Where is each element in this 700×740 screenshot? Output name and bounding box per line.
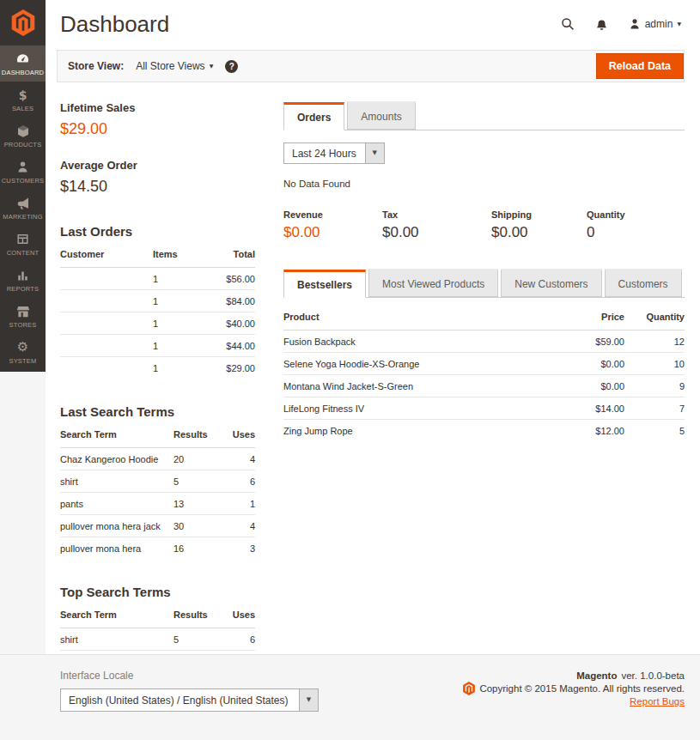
table-cell (60, 312, 153, 335)
gear-icon: ⚙ (17, 340, 28, 355)
tab-bestsellers[interactable]: Bestsellers (283, 270, 366, 298)
table-header-row: CustomerItemsTotal (60, 246, 255, 268)
table-cell: 4 (222, 448, 255, 470)
no-data-message: No Data Found (283, 179, 685, 189)
table-cell: 4 (222, 515, 255, 537)
lifetime-sales-label: Lifetime Sales (60, 101, 255, 114)
main-content: Dashboard admin ▼ Store View: All Store … (46, 0, 700, 654)
tab-new-customers[interactable]: New Customers (501, 269, 601, 297)
column-header: Total (202, 246, 255, 268)
version-line: Magento ver. 1.0.0-beta (463, 670, 685, 682)
store-view-bar: Store View: All Store Views ▼ ? Reload D… (57, 50, 685, 82)
help-icon[interactable]: ? (225, 60, 238, 73)
quantity-label: Quantity (587, 209, 625, 220)
locale-block: Interface Locale English (United States)… (60, 670, 319, 712)
sidebar-item-label: Customers (2, 177, 45, 185)
brand-name: Magento (576, 670, 617, 682)
table-cell: $84.00 (202, 290, 255, 312)
table-cell: 5 (173, 470, 222, 493)
sidebar-item-marketing[interactable]: Marketing (0, 190, 46, 226)
average-order-metric: Average Order $14.50 (60, 159, 255, 196)
dollar-icon: $ (19, 88, 27, 102)
dashboard-content: Lifetime Sales $29.00 Average Order $14.… (46, 101, 700, 740)
table-cell: 1 (153, 290, 202, 312)
table-header-row: ProductPriceQuantity (283, 309, 685, 331)
copyright-line: Copyright © 2015 Magento. All rights res… (463, 682, 685, 695)
table-cell: shirt (60, 628, 173, 651)
last-search-terms-table: Search TermResultsUsesChaz Kangeroo Hood… (60, 427, 255, 559)
sidebar-item-sales[interactable]: $ Sales (0, 82, 46, 118)
table-cell: 5 (173, 628, 222, 651)
last-orders-section: Last Orders CustomerItemsTotal1$56.001$8… (60, 224, 255, 379)
admin-user-menu[interactable]: admin ▼ (629, 18, 681, 30)
header-actions: admin ▼ (561, 17, 681, 31)
lifetime-sales-value: $29.00 (60, 120, 255, 138)
table-cell: 3 (222, 537, 255, 560)
magento-admin-dashboard: Dashboard $ Sales Products Customers Mar… (0, 0, 700, 740)
lifetime-sales-metric: Lifetime Sales $29.00 (60, 101, 255, 138)
table-row: Zing Jump Rope$12.005 (283, 420, 685, 442)
page-footer: Interface Locale English (United States)… (0, 654, 700, 740)
sidebar-item-products[interactable]: Products (0, 118, 46, 154)
column-header: Uses (222, 607, 255, 628)
store-view-label: Store View: (68, 60, 124, 72)
magento-footer-logo-icon (463, 682, 475, 695)
tab-customers[interactable]: Customers (605, 269, 682, 297)
column-header: Uses (222, 427, 255, 448)
copyright-text: Copyright © 2015 Magento. All rights res… (479, 682, 685, 695)
bar-chart-icon (16, 268, 29, 282)
sidebar-item-label: System (9, 357, 36, 365)
megaphone-icon (16, 196, 30, 210)
sidebar-item-content[interactable]: Content (0, 226, 46, 262)
tax-label: Tax (382, 209, 491, 220)
sidebar-item-stores[interactable]: Stores (0, 298, 46, 334)
column-header: Quantity (624, 309, 685, 331)
top-search-terms-title: Top Search Terms (60, 585, 255, 599)
layout-icon (16, 232, 29, 246)
table-cell: 1 (153, 312, 202, 335)
bestsellers-table: ProductPriceQuantityFusion Backpack$59.0… (283, 309, 685, 441)
last-search-terms-title: Last Search Terms (60, 404, 255, 419)
sidebar-item-customers[interactable]: Customers (0, 154, 46, 190)
table-cell: 6 (222, 628, 255, 651)
report-bugs-link[interactable]: Report Bugs (630, 695, 685, 707)
sidebar-item-reports[interactable]: Reports (0, 262, 46, 298)
store-view-selector[interactable]: All Store Views ▼ (136, 60, 213, 72)
table-cell: $12.00 (545, 420, 624, 442)
table-row: 1$29.00 (60, 357, 255, 379)
interface-locale-select[interactable]: English (United States) / English (Unite… (60, 688, 319, 712)
sidebar-nav: Dashboard $ Sales Products Customers Mar… (0, 0, 46, 372)
shipping-value: $0.00 (491, 224, 587, 241)
column-header: Customer (60, 246, 153, 268)
tab-orders[interactable]: Orders (283, 102, 344, 130)
magento-logo-icon (11, 9, 35, 36)
last-orders-table: CustomerItemsTotal1$56.001$84.001$40.001… (60, 246, 255, 379)
table-cell (60, 290, 153, 312)
average-order-label: Average Order (60, 159, 255, 172)
tab-amounts[interactable]: Amounts (347, 101, 415, 130)
column-header: Search Term (60, 427, 173, 448)
table-row: pullover mona hera163 (60, 537, 255, 560)
date-range-select[interactable]: Last 24 Hours ▼ (283, 143, 385, 164)
table-cell: Fusion Backpack (283, 331, 545, 353)
table-cell: $14.00 (545, 397, 624, 420)
table-cell: 13 (173, 493, 222, 515)
revenue-value: $0.00 (283, 224, 382, 241)
table-cell: shirt (60, 470, 173, 493)
notifications-bell-icon[interactable] (595, 17, 608, 31)
reload-data-button[interactable]: Reload Data (596, 53, 684, 79)
table-cell: 9 (624, 375, 685, 397)
table-cell: pullover mona hera (60, 537, 173, 560)
magento-logo[interactable] (0, 0, 46, 45)
sidebar-item-dashboard[interactable]: Dashboard (0, 45, 46, 82)
table-cell: 16 (173, 537, 222, 560)
shipping-label: Shipping (491, 209, 587, 220)
last-search-terms-section: Last Search Terms Search TermResultsUses… (60, 404, 255, 559)
search-icon[interactable] (561, 17, 575, 31)
tab-most-viewed-products[interactable]: Most Viewed Products (368, 269, 498, 297)
sidebar-item-system[interactable]: ⚙ System (0, 334, 46, 370)
tax-stat: Tax $0.00 (382, 209, 491, 241)
table-cell: $44.00 (202, 335, 255, 357)
table-header-row: Search TermResultsUses (60, 607, 255, 628)
revenue-stat: Revenue $0.00 (283, 209, 382, 241)
